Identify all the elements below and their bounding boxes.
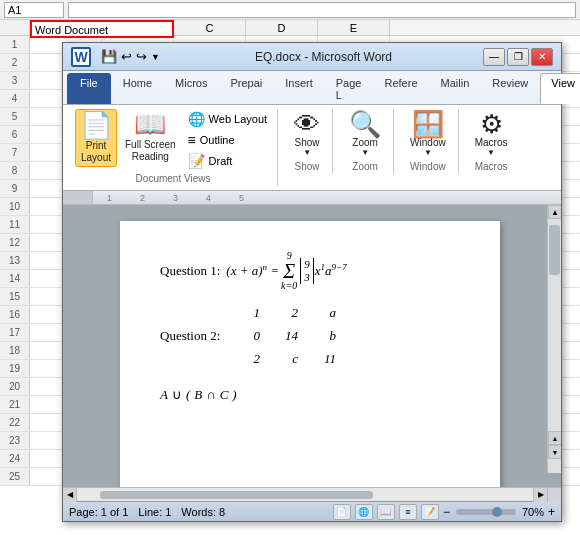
row-number: 1 — [0, 36, 30, 53]
draft-button[interactable]: 📝 Draft — [184, 151, 272, 171]
row-number: 9 — [0, 180, 30, 197]
row-number: 12 — [0, 234, 30, 251]
cell-reference[interactable] — [4, 2, 64, 18]
tab-review-label: Review — [492, 77, 528, 89]
scroll-thumb-vertical[interactable] — [549, 225, 560, 275]
show-group: 👁 Show ▼ Show — [282, 109, 333, 174]
row-number: 5 — [0, 108, 30, 125]
quick-access-dropdown-icon[interactable]: ▼ — [151, 52, 160, 62]
document-views-buttons: 📄 PrintLayout 📖 Full ScreenReading 🌐 Web… — [75, 109, 271, 171]
status-print-view[interactable]: 📄 — [333, 504, 351, 520]
tab-review[interactable]: Review — [481, 73, 539, 104]
scroll-up-arrow[interactable]: ▲ — [548, 205, 561, 219]
macros-dropdown-arrow: ▼ — [487, 148, 495, 157]
page-info: Page: 1 of 1 — [69, 506, 128, 518]
word-logo-text: W — [74, 49, 87, 65]
matrix-label-2: Question 2: — [160, 326, 240, 347]
tab-references[interactable]: Refere — [373, 73, 428, 104]
question1-math: (x + a)n = — [226, 260, 279, 282]
scroll-nav-down[interactable]: ▼ — [548, 445, 561, 459]
tab-insert[interactable]: Insert — [274, 73, 324, 104]
matrix-val-2-1: 0 — [240, 326, 260, 347]
scroll-thumb-horizontal[interactable] — [100, 491, 374, 499]
formula-bar[interactable] — [68, 2, 576, 18]
col-header-c: C — [174, 20, 246, 35]
tab-prepai-label: Prepai — [230, 77, 262, 89]
full-screen-label: Full ScreenReading — [125, 139, 176, 163]
word-logo: W — [71, 47, 91, 67]
tab-micros[interactable]: Micros — [164, 73, 218, 104]
tab-page-layout[interactable]: Page L — [325, 73, 373, 104]
document-views-group: 📄 PrintLayout 📖 Full ScreenReading 🌐 Web… — [69, 109, 278, 186]
status-read-view[interactable]: 📖 — [377, 504, 395, 520]
window-group-content: 🪟 Window ▼ — [404, 109, 452, 159]
draft-icon: 📝 — [188, 153, 205, 169]
matrix-val-2-2: 14 — [278, 326, 298, 347]
window-dropdown-arrow: ▼ — [424, 148, 432, 157]
restore-button[interactable]: ❐ — [507, 48, 529, 66]
tab-home[interactable]: Home — [112, 73, 163, 104]
row-number: 15 — [0, 288, 30, 305]
line-info: Line: 1 — [138, 506, 171, 518]
matrix-row-3: 2 c 11 — [160, 349, 460, 370]
window-button[interactable]: 🪟 Window ▼ — [404, 109, 452, 159]
tab-page-layout-label: Page L — [336, 77, 362, 101]
show-group-content: 👁 Show ▼ — [288, 109, 326, 159]
status-web-view[interactable]: 🌐 — [355, 504, 373, 520]
spreadsheet-header — [0, 0, 580, 20]
status-draft-view[interactable]: 📝 — [421, 504, 439, 520]
binom-top: 9 — [304, 258, 310, 271]
outline-button[interactable]: ≡ Outline — [184, 130, 272, 150]
row-number: 16 — [0, 306, 30, 323]
window-controls: — ❐ ✕ — [483, 48, 553, 66]
status-outline-view[interactable]: ≡ — [399, 504, 417, 520]
small-view-buttons: 🌐 Web Layout ≡ Outline 📝 Draft — [184, 109, 272, 171]
ribbon-content: 📄 PrintLayout 📖 Full ScreenReading 🌐 Web… — [63, 104, 561, 190]
status-left: Page: 1 of 1 Line: 1 Words: 8 — [69, 506, 325, 518]
save-icon[interactable]: 💾 — [101, 49, 117, 64]
words-info: Words: 8 — [181, 506, 225, 518]
undo-icon[interactable]: ↩ — [121, 49, 132, 64]
status-right: 📄 🌐 📖 ≡ 📝 − 70% + — [333, 504, 555, 520]
zoom-button[interactable]: 🔍 Zoom ▼ — [343, 109, 387, 159]
row-number: 13 — [0, 252, 30, 269]
row-number: 8 — [0, 162, 30, 179]
zoom-thumb — [492, 507, 502, 517]
row-number: 6 — [0, 126, 30, 143]
zoom-slider[interactable] — [456, 509, 516, 515]
full-screen-icon: 📖 — [134, 111, 166, 137]
zoom-plus-icon[interactable]: + — [548, 505, 555, 519]
show-icon: 👁 — [294, 111, 320, 137]
print-layout-button[interactable]: 📄 PrintLayout — [75, 109, 117, 167]
set-notation-line: A ∪ ( B ∩ C ) — [160, 385, 460, 406]
show-button[interactable]: 👁 Show ▼ — [288, 109, 326, 159]
set-paren-open: ( — [186, 385, 190, 406]
vertical-scrollbar[interactable]: ▲ ▼ ▲ ▼ — [547, 205, 561, 473]
document-views-label: Document Views — [136, 173, 211, 184]
print-layout-icon: 📄 — [80, 112, 112, 138]
sigma-expression: 9 Σ k=0 9 3 x1a9−7 — [279, 251, 347, 291]
tab-view[interactable]: View — [540, 73, 580, 104]
web-layout-button[interactable]: 🌐 Web Layout — [184, 109, 272, 129]
macros-icon: ⚙ — [480, 111, 503, 137]
tab-file[interactable]: File — [67, 73, 111, 104]
scroll-left-arrow[interactable]: ◀ — [63, 488, 77, 502]
zoom-level: 70% — [522, 506, 544, 518]
tab-mailings[interactable]: Mailin — [430, 73, 481, 104]
row-number: 24 — [0, 450, 30, 467]
zoom-minus-icon[interactable]: − — [443, 505, 450, 519]
union-symbol: ∪ — [172, 385, 182, 406]
matrix-val-1-1: 1 — [240, 303, 260, 324]
full-screen-button[interactable]: 📖 Full ScreenReading — [121, 109, 180, 165]
tab-view-label: View — [551, 77, 575, 89]
macros-button[interactable]: ⚙ Macros ▼ — [469, 109, 514, 159]
redo-icon[interactable]: ↪ — [136, 49, 147, 64]
matrix-vals-3: 2 c 11 — [240, 349, 336, 370]
close-icon: ✕ — [538, 51, 546, 62]
scroll-nav-up[interactable]: ▲ — [548, 431, 561, 445]
matrix-val-2-3: b — [316, 326, 336, 347]
minimize-button[interactable]: — — [483, 48, 505, 66]
scroll-right-arrow[interactable]: ▶ — [533, 488, 547, 502]
tab-prepai[interactable]: Prepai — [219, 73, 273, 104]
close-button[interactable]: ✕ — [531, 48, 553, 66]
